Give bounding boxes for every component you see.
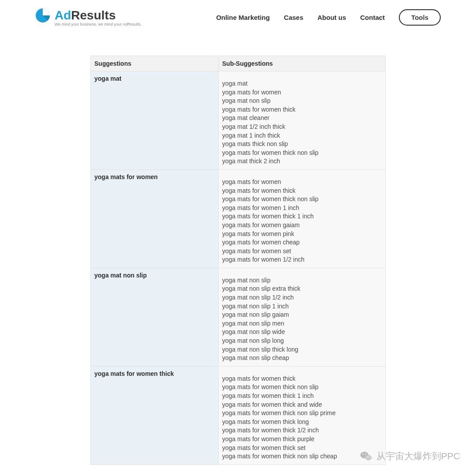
sub-suggestion-item: yoga mats for women thick <box>222 375 382 383</box>
sub-suggestion-item: yoga mat <box>222 79 382 88</box>
sub-suggestions-cell: yoga mats for women thickyoga mats for w… <box>219 366 386 465</box>
sub-suggestion-item: yoga mats for women thick set <box>222 444 382 453</box>
sub-suggestion-item: yoga mats for women 1 inch <box>222 204 382 213</box>
sub-suggestion-item: yoga mats for women thick 1/2 inch <box>222 426 382 435</box>
nav-contact[interactable]: Contact <box>360 14 385 21</box>
sub-suggestion-item: yoga mat non slip wide <box>222 328 382 337</box>
sub-suggestion-item: yoga mat 1/2 inch thick <box>222 123 382 131</box>
suggestions-table-wrap: Suggestions Sub-Suggestions yoga matyoga… <box>90 56 386 465</box>
sub-suggestion-item: yoga mat non slip extra thick <box>222 285 382 293</box>
sub-suggestion-item: yoga mats for women thick <box>222 187 382 195</box>
sub-suggestion-item: yoga mats for women thick non slip <box>222 149 382 157</box>
nav-cases[interactable]: Cases <box>284 14 303 21</box>
sub-suggestion-item: yoga mats for women 1/2 inch <box>222 255 382 264</box>
suggestion-cell: yoga mat <box>91 71 219 170</box>
sub-suggestion-item: yoga mats thick non slip <box>222 140 382 149</box>
header-suggestions: Suggestions <box>91 56 219 71</box>
sub-suggestion-item: yoga mat non slip thick long <box>222 345 382 354</box>
table-row: yoga mats for womenyoga mats for womenyo… <box>91 169 386 268</box>
sub-suggestion-item: yoga mats for women thick <box>222 105 382 114</box>
sub-suggestion-item: yoga mats for women thick 1 inch <box>222 392 382 401</box>
sub-suggestion-item: yoga mats for women pink <box>222 230 382 239</box>
logo-text: AdResults <box>55 8 115 22</box>
table-row: yoga matyoga matyoga mats for womenyoga … <box>91 71 386 170</box>
sub-suggestions-cell: yoga mat non slipyoga mat non slip extra… <box>219 268 386 366</box>
sub-suggestion-item: yoga mats for women thick non slip <box>222 195 382 204</box>
sub-suggestion-item: yoga mat non slip <box>222 97 382 105</box>
sub-suggestion-item: yoga mats for women <box>222 88 382 97</box>
sub-suggestion-item: yoga mats for women thick non slip prime <box>222 409 382 418</box>
sub-suggestion-item: yoga mats for women thick long <box>222 418 382 427</box>
sub-suggestion-item: yoga mats for women cheap <box>222 238 382 247</box>
nav-online-marketing[interactable]: Online Marketing <box>216 14 270 21</box>
sub-suggestion-item: yoga mat non slip gaiam <box>222 311 382 319</box>
sub-suggestion-item: yoga mat non slip 1/2 inch <box>222 293 382 302</box>
suggestion-cell: yoga mats for women <box>91 169 219 268</box>
sub-suggestion-item: yoga mats for women thick non slip cheap <box>222 452 382 461</box>
suggestions-table: Suggestions Sub-Suggestions yoga matyoga… <box>90 56 386 465</box>
sub-suggestion-item: yoga mats for women thick 1 inch <box>222 212 382 221</box>
sub-suggestion-item: yoga mats for women set <box>222 247 382 256</box>
sub-suggestion-item: yoga mats for women thick non slip <box>222 383 382 392</box>
nav-about-us[interactable]: About us <box>317 14 346 21</box>
sub-suggestions-cell: yoga matyoga mats for womenyoga mat non … <box>219 71 386 170</box>
sub-suggestion-item: yoga mat non slip 1 inch <box>222 302 382 311</box>
sub-suggestions-cell: yoga mats for womenyoga mats for women t… <box>219 169 386 268</box>
suggestion-cell: yoga mat non slip <box>91 268 219 366</box>
sub-suggestion-item: yoga mats for women <box>222 178 382 187</box>
table-row: yoga mat non slipyoga mat non slipyoga m… <box>91 268 386 366</box>
logo[interactable]: AdResults We mind your business, we mind… <box>35 8 141 26</box>
sub-suggestion-item: yoga mat non slip <box>222 276 382 285</box>
sub-suggestion-item: yoga mat non slip men <box>222 319 382 328</box>
sub-suggestion-item: yoga mat thick 2 inch <box>222 157 382 166</box>
table-row: yoga mats for women thickyoga mats for w… <box>91 366 386 465</box>
sub-suggestion-item: yoga mats for women gaiam <box>222 221 382 230</box>
sub-suggestion-item: yoga mat non slip cheap <box>222 354 382 363</box>
logo-tagline: We mind your business, we mind your AdRe… <box>55 22 141 26</box>
header-sub-suggestions: Sub-Suggestions <box>219 56 386 71</box>
table-header-row: Suggestions Sub-Suggestions <box>91 56 386 71</box>
sub-suggestion-item: yoga mats for women thick purple <box>222 435 382 444</box>
sub-suggestion-item: yoga mat non slip long <box>222 337 382 345</box>
watermark-text: 从宇宙大爆炸到PPC <box>376 450 460 462</box>
sub-suggestion-item: yoga mat cleaner <box>222 114 382 123</box>
main-nav: Online Marketing Cases About us Contact … <box>216 9 441 26</box>
logo-pie-icon <box>35 8 50 23</box>
sub-suggestion-item: yoga mat 1 inch thick <box>222 131 382 140</box>
tools-button[interactable]: Tools <box>399 9 441 26</box>
sub-suggestion-item: yoga mats for women thick and wide <box>222 401 382 409</box>
suggestion-cell: yoga mats for women thick <box>91 366 219 465</box>
header: AdResults We mind your business, we mind… <box>0 0 476 31</box>
